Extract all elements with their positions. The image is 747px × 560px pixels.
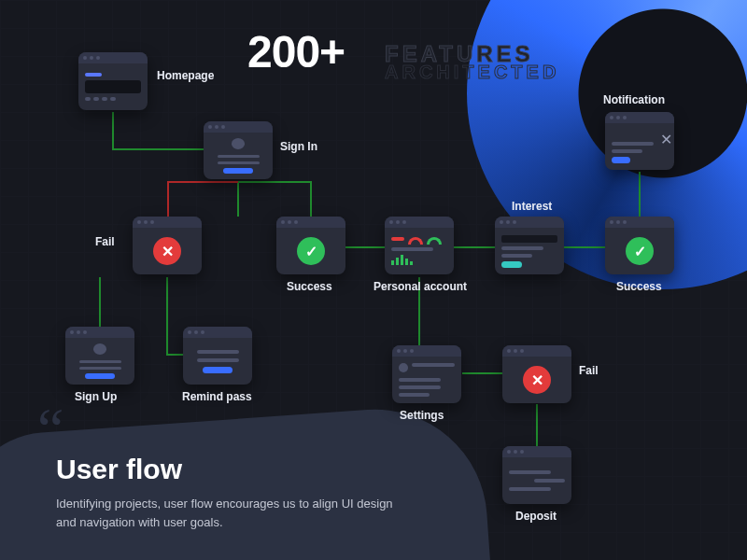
- label-homepage: Homepage: [157, 69, 214, 82]
- node-deposit: [502, 446, 571, 504]
- label-notification: Notification: [603, 93, 665, 106]
- footer-block: User flow Identifying projects, user flo…: [56, 454, 411, 532]
- quote-icon: “: [37, 414, 63, 444]
- node-remind-pass: [183, 327, 252, 385]
- success-icon: ✓: [626, 237, 654, 265]
- node-notification: ✕: [605, 112, 674, 170]
- label-success-2: Success: [616, 280, 662, 293]
- label-fail-1: Fail: [95, 235, 115, 248]
- avatar-icon: [232, 138, 245, 149]
- headline-count: 200+: [247, 26, 345, 77]
- avatar-icon: [93, 343, 106, 355]
- label-account: Personal account: [374, 280, 467, 293]
- node-interest: [495, 217, 564, 274]
- label-signup: Sign Up: [75, 390, 117, 403]
- footer-title: User flow: [56, 454, 411, 485]
- label-interest: Interest: [512, 200, 552, 213]
- node-homepage: [78, 52, 148, 110]
- fail-icon: ✕: [153, 237, 181, 265]
- label-settings: Settings: [400, 409, 444, 422]
- node-success-2: ✓: [605, 217, 674, 274]
- footer-body: Identifying projects, user flow encourag…: [56, 495, 411, 532]
- label-deposit: Deposit: [515, 510, 557, 523]
- node-fail: ✕: [133, 217, 202, 274]
- node-success: ✓: [276, 217, 345, 274]
- node-signup: [65, 327, 134, 385]
- label-remind: Remind pass: [182, 390, 252, 403]
- headline-architected: ARCHITECTED: [385, 62, 559, 83]
- label-fail-2: Fail: [579, 364, 599, 377]
- fail-icon: ✕: [523, 366, 551, 394]
- node-signin: [204, 121, 273, 179]
- node-settings: [392, 345, 461, 403]
- label-success-1: Success: [287, 280, 332, 293]
- node-personal-account: [385, 217, 454, 274]
- label-signin: Sign In: [280, 140, 317, 153]
- success-icon: ✓: [297, 237, 325, 265]
- node-fail-2: ✕: [502, 345, 571, 403]
